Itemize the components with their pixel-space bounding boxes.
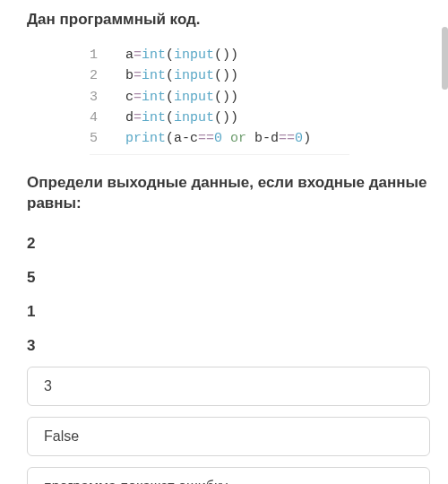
line-number: 1 xyxy=(90,45,125,65)
prompt-heading: Дан программный код. xyxy=(27,11,430,29)
input-values-list: 2 5 1 3 xyxy=(27,229,430,361)
answer-option-3[interactable]: программа покажет ошибку xyxy=(27,467,430,484)
input-value: 5 xyxy=(27,263,430,293)
quiz-content: Дан программный код. 1 a=int(input()) 2 … xyxy=(0,0,448,484)
answer-option-1[interactable]: 3 xyxy=(27,367,430,406)
scrollbar-track[interactable] xyxy=(442,0,448,484)
code-text: b=int(input()) xyxy=(125,65,238,86)
input-value: 3 xyxy=(27,331,430,361)
line-number: 4 xyxy=(90,108,125,128)
code-text: c=int(input()) xyxy=(125,87,238,108)
scrollbar-thumb[interactable] xyxy=(442,27,448,90)
code-line: 1 a=int(input()) xyxy=(90,45,349,65)
code-text: print(a-c==0 or b-d==0) xyxy=(125,128,311,149)
code-line: 5 print(a-c==0 or b-d==0) xyxy=(90,128,349,149)
line-number: 5 xyxy=(90,128,125,149)
code-line: 4 d=int(input()) xyxy=(90,108,349,128)
code-text: d=int(input()) xyxy=(125,108,238,128)
input-value: 1 xyxy=(27,297,430,327)
code-line: 3 c=int(input()) xyxy=(90,87,349,108)
code-line: 2 b=int(input()) xyxy=(90,65,349,86)
input-value: 2 xyxy=(27,229,430,259)
question-heading: Определи выходные данные, если входные д… xyxy=(27,173,430,214)
code-block: 1 a=int(input()) 2 b=int(input()) 3 c=in… xyxy=(90,41,349,155)
code-text: a=int(input()) xyxy=(125,45,238,65)
answer-option-2[interactable]: False xyxy=(27,417,430,456)
line-number: 2 xyxy=(90,65,125,86)
line-number: 3 xyxy=(90,87,125,108)
